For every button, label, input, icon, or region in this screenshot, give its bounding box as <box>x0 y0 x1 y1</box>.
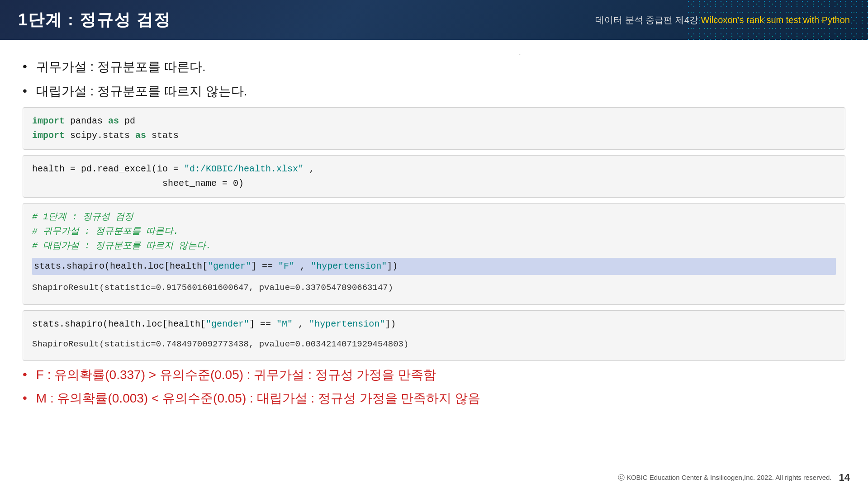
code-line-3: health = pd.read_excel(io = "d:/KOBIC/he… <box>32 162 836 176</box>
code-comment-1: # 1단계 : 정규성 검정 <box>32 210 836 224</box>
code-block-shapiro-m: stats.shapiro(health.loc[health["gender"… <box>23 310 845 361</box>
main-content: . • 귀무가설 : 정규분포를 따른다. • 대립가설 : 정규분포를 따르지… <box>0 40 868 419</box>
code-line-4: sheet_name = 0) <box>32 176 836 191</box>
header-title: 1단계 : 정규성 검정 <box>18 9 171 31</box>
bullet-item-conclusion-f: • F : 유의확률(0.337) > 유의수준(0.05) : 귀무가설 : … <box>23 366 845 384</box>
bullet-dot-f: • <box>23 367 27 382</box>
bullet-text-conclusion-f: F : 유의확률(0.337) > 유의수준(0.05) : 귀무가설 : 정규… <box>36 366 436 384</box>
header-subtitle: 데이터 분석 중급편 제4강 Wilcoxon's rank sum test … <box>595 14 850 26</box>
output-shapiro-m: ShapiroResult(statistic=0.74849700927734… <box>32 335 836 355</box>
code-block-read-excel: health = pd.read_excel(io = "d:/KOBIC/he… <box>23 155 845 198</box>
dot-separator: . <box>194 49 845 56</box>
code-comment-3: # 대립가설 : 정규분포를 따르지 않는다. <box>32 239 836 253</box>
keyword-import-2: import <box>32 130 65 141</box>
bullet-dot-1: • <box>23 59 27 74</box>
keyword-as-1: as <box>108 116 119 126</box>
footer-page: 14 <box>839 472 850 483</box>
bullet-item-alt-hypothesis: • 대립가설 : 정규분포를 따르지 않는다. <box>23 83 845 100</box>
code-shapiro-f-line: stats.shapiro(health.loc[health["gender"… <box>32 258 836 275</box>
code-block-import: import pandas as pd import scipy.stats a… <box>23 107 845 150</box>
bullet-dot-2: • <box>23 84 27 98</box>
code-line-2: import scipy.stats as stats <box>32 128 836 143</box>
code-line-1: import pandas as pd <box>32 114 836 128</box>
subtitle-prefix: 데이터 분석 중급편 제4강 <box>595 15 701 25</box>
output-shapiro-f: ShapiroResult(statistic=0.91756016016006… <box>32 279 836 298</box>
bullet-text-alt-hypothesis: 대립가설 : 정규분포를 따르지 않는다. <box>36 83 247 100</box>
code-block-comments-shapiro-f: # 1단계 : 정규성 검정 # 귀무가설 : 정규분포를 따른다. # 대립가… <box>23 203 845 305</box>
bullet-dot-m: • <box>23 391 27 405</box>
footer: ⓒ KOBIC Education Center & Insilicogen,I… <box>0 472 868 483</box>
footer-copyright: ⓒ KOBIC Education Center & Insilicogen,I… <box>618 474 832 482</box>
code-comment-2: # 귀무가설 : 정규분포를 따른다. <box>32 224 836 239</box>
bullet-text-null-hypothesis: 귀무가설 : 정규분포를 따른다. <box>36 58 206 76</box>
code-shapiro-m-line: stats.shapiro(health.loc[health["gender"… <box>32 317 836 332</box>
bullet-text-conclusion-m: M : 유의확률(0.003) < 유의수준(0.05) : 대립가설 : 정규… <box>36 390 480 407</box>
keyword-import-1: import <box>32 116 65 126</box>
keyword-as-2: as <box>135 130 146 141</box>
header: 1단계 : 정규성 검정 데이터 분석 중급편 제4강 Wilcoxon's r… <box>0 0 868 40</box>
subtitle-highlight: Wilcoxon's rank sum test with Python <box>701 15 850 25</box>
bullet-item-null-hypothesis: • 귀무가설 : 정규분포를 따른다. <box>23 58 845 76</box>
bullet-item-conclusion-m: • M : 유의확률(0.003) < 유의수준(0.05) : 대립가설 : … <box>23 390 845 407</box>
code-shapiro-f-highlighted: stats.shapiro(health.loc[health["gender"… <box>32 258 836 275</box>
